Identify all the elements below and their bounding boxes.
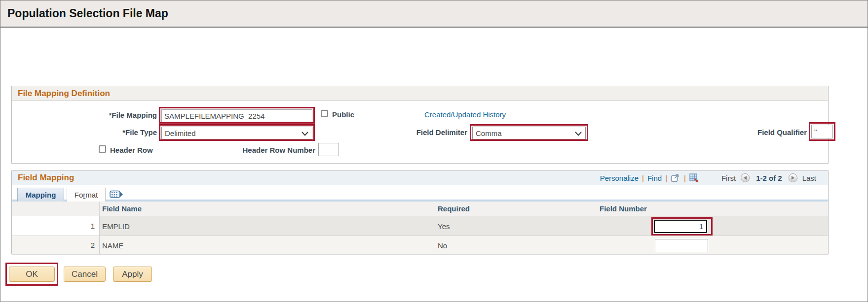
field-number-input-row2[interactable] — [655, 239, 708, 252]
file-type-label: *File Type — [61, 128, 157, 136]
toolbar-separator: | — [665, 174, 667, 182]
apply-button[interactable]: Apply — [113, 267, 152, 282]
field-delimiter-value: Comma — [476, 129, 502, 137]
next-page-button[interactable] — [789, 173, 797, 182]
field-name-cell: NAME — [102, 241, 123, 249]
toolbar-separator: | — [642, 174, 644, 182]
pager-last[interactable]: Last — [802, 174, 816, 182]
highlight-box-ok: OK — [5, 263, 58, 286]
chevron-down-icon — [575, 132, 582, 136]
page-title: Population Selection File Map — [0, 0, 868, 20]
previous-arrow-icon — [744, 176, 747, 180]
field-qualifier-label: Field Qualifier — [732, 128, 807, 136]
grid-pager: First 1-2 of 2 Last — [718, 173, 819, 182]
field-number-input-row1[interactable] — [654, 220, 707, 233]
file-mapping-definition-header: File Mapping Definition — [12, 86, 828, 101]
personalize-link[interactable]: Personalize — [600, 174, 639, 182]
download-to-excel-icon[interactable] — [689, 173, 699, 183]
required-cell: No — [438, 241, 447, 249]
file-type-value: Delimited — [165, 129, 196, 137]
file-type-select[interactable]: Delimited — [161, 127, 312, 139]
toolbar-separator: | — [684, 174, 686, 182]
tab-format-label: Format — [75, 191, 98, 199]
header-row-number-input[interactable] — [318, 143, 339, 156]
field-name-cell: EMPLID — [102, 222, 130, 230]
pager-first[interactable]: First — [721, 174, 736, 182]
field-delimiter-select[interactable]: Comma — [472, 127, 586, 139]
field-delimiter-label: Field Delimiter — [393, 128, 467, 136]
tab-mapping-label: Mapping — [26, 191, 56, 199]
field-mapping-section: Field Mapping Personalize | Find | | — [11, 170, 829, 254]
grid-toolbar: Personalize | Find | | — [600, 173, 828, 183]
tab-format[interactable]: Format — [67, 188, 106, 201]
grid-tab-bar: Mapping Format — [12, 185, 828, 201]
public-checkbox[interactable] — [321, 110, 328, 117]
chevron-down-icon — [302, 132, 308, 136]
population-selection-file-map-page: Population Selection File Map File Mappi… — [0, 0, 868, 302]
file-mapping-definition-section: File Mapping Definition *File Mapping Pu… — [11, 86, 829, 164]
column-header-field-number: Field Number — [600, 204, 647, 213]
ok-button[interactable]: OK — [9, 267, 55, 282]
table-row: 2 NAME No — [12, 236, 828, 255]
highlight-box-field-delimiter: Comma — [470, 124, 588, 141]
header-row-label: Header Row — [110, 146, 153, 154]
created-updated-history-link[interactable]: Created/Updated History — [424, 110, 506, 119]
highlight-box-file-type: Delimited — [159, 124, 315, 141]
public-label: Public — [332, 110, 354, 119]
column-header-required: Required — [438, 204, 470, 213]
column-header-field-name: Field Name — [102, 204, 142, 213]
pager-range: 1-2 of 2 — [756, 174, 782, 182]
next-arrow-icon — [792, 176, 794, 180]
row-number-cell: 1 — [12, 216, 100, 235]
section-heading: File Mapping Definition — [12, 89, 110, 99]
file-mapping-input[interactable] — [161, 109, 312, 122]
table-row: 1 EMPLID Yes — [12, 216, 828, 236]
highlight-box-field-qualifier — [809, 122, 835, 141]
highlight-box-file-mapping — [159, 107, 315, 124]
row-number-header — [12, 201, 100, 216]
required-cell: Yes — [438, 222, 450, 230]
file-mapping-label: *File Mapping — [61, 111, 157, 119]
find-link[interactable]: Find — [647, 174, 662, 182]
view-all-icon[interactable] — [671, 173, 680, 182]
highlight-box-field-number — [651, 217, 713, 235]
show-all-columns-icon[interactable] — [110, 190, 123, 199]
tab-mapping[interactable]: Mapping — [17, 188, 64, 201]
field-qualifier-input[interactable] — [811, 125, 833, 138]
title-bar: Population Selection File Map — [0, 0, 868, 28]
header-row-checkbox[interactable] — [99, 145, 106, 153]
header-row-number-label: Header Row Number — [236, 146, 315, 154]
grid-header-row: Field Name Required Field Number — [12, 201, 828, 216]
cancel-button[interactable]: Cancel — [64, 267, 106, 282]
previous-page-button[interactable] — [741, 173, 750, 182]
field-mapping-header: Field Mapping Personalize | Find | | — [12, 171, 828, 185]
row-number-cell: 2 — [12, 236, 100, 254]
section-heading: Field Mapping — [12, 173, 74, 183]
